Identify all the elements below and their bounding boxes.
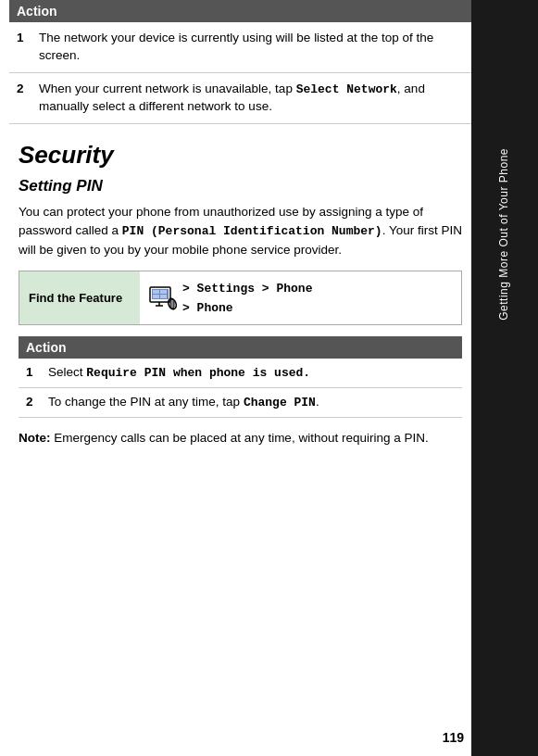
note-text: Emergency calls can be placed at any tim…	[51, 431, 429, 445]
table1-header-row: Action	[9, 0, 471, 22]
table2-row2-text: To change the PIN at any time, tap Chang…	[41, 388, 462, 418]
table2-row2-after: .	[316, 395, 319, 409]
table1-row2-text: When your current network is unavailable…	[31, 72, 471, 123]
security-body: You can protect your phone from unauthor…	[19, 203, 462, 259]
svg-rect-7	[160, 295, 167, 298]
right-sidebar: Getting More Out of Your Phone	[471, 0, 538, 756]
find-feature-path-line1: > Settings > Phone	[182, 282, 312, 296]
table1-row2-text-before: When your current network is unavailable…	[39, 82, 296, 95]
table2-row2-highlight: Change PIN	[244, 396, 316, 410]
note-label: Note:	[19, 431, 51, 445]
table2-row1-num: 1	[19, 359, 41, 388]
table1-row2-num: 2	[9, 72, 31, 123]
find-feature-path-line2: > Phone	[182, 301, 233, 315]
setting-pin-heading: Setting PIN	[19, 177, 471, 195]
table2-row1-highlight: Require PIN when phone is used.	[86, 366, 310, 380]
table2-row2-num: 2	[19, 388, 41, 418]
page-number: 119	[443, 730, 464, 745]
body1-highlight: PIN (Personal Identification Number)	[122, 224, 382, 238]
table2-header: Action	[19, 336, 462, 359]
svg-rect-6	[153, 295, 159, 298]
table2-row-1: 1 Select Require PIN when phone is used.	[19, 359, 462, 388]
phone-text2: Phone	[197, 301, 233, 315]
table1-row-2: 2 When your current network is unavailab…	[9, 72, 471, 123]
find-feature-label: Find the Feature	[19, 271, 140, 324]
table2-row1-text: Select Require PIN when phone is used.	[41, 359, 462, 388]
table2-row2-before: To change the PIN at any time, tap	[48, 395, 244, 409]
sidebar-label: Getting More Out of Your Phone	[497, 148, 512, 321]
svg-rect-5	[160, 290, 167, 294]
table1-row2-highlight: Select Network	[296, 82, 397, 96]
find-feature-path: > Settings > Phone > Phone	[182, 279, 312, 317]
table1-header: Action	[9, 0, 471, 22]
table2-row-2: 2 To change the PIN at any time, tap Cha…	[19, 388, 462, 418]
action-table-1: Action 1 The network your device is curr…	[9, 0, 471, 124]
action-table-2: Action 1 Select Require PIN when phone i…	[19, 336, 462, 418]
table1-row1-num: 1	[9, 22, 31, 72]
security-heading: Security	[19, 141, 471, 170]
phone-menu-icon	[149, 286, 177, 310]
svg-rect-4	[153, 290, 159, 294]
table2-row1-before: Select	[48, 365, 86, 379]
phone-text1: Phone	[276, 282, 312, 296]
table2-header-row: Action	[19, 336, 462, 359]
find-feature-content: > Settings > Phone > Phone	[140, 271, 321, 324]
find-feature-box: Find the Feature	[19, 271, 462, 325]
table1-row-1: 1 The network your device is currently u…	[9, 22, 471, 72]
note-section: Note: Emergency calls can be placed at a…	[19, 429, 462, 447]
settings-text: Settings	[197, 282, 255, 296]
svg-rect-9	[170, 299, 174, 309]
table1-row1-text: The network your device is currently usi…	[31, 22, 471, 72]
